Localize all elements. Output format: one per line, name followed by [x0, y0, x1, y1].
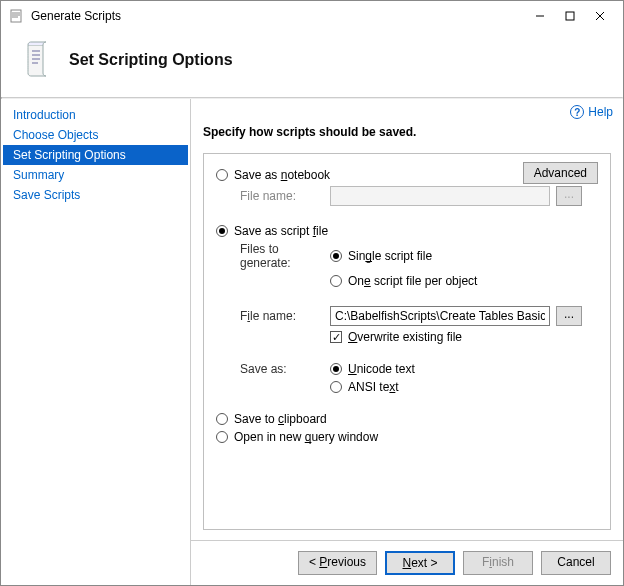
svg-rect-0: [11, 10, 21, 22]
minimize-button[interactable]: [525, 6, 555, 26]
finish-button: Finish: [463, 551, 533, 575]
notebook-filename-input: [330, 186, 550, 206]
checkbox-overwrite-label: Overwrite existing file: [348, 330, 462, 344]
file-name-label: File name:: [240, 309, 330, 323]
wizard-body: Introduction Choose Objects Set Scriptin…: [1, 99, 623, 585]
radio-save-as-notebook-label: Save as notebook: [234, 168, 330, 182]
radio-open-new-query[interactable]: Open in new query window: [216, 430, 378, 444]
radio-ansi-text-label: ANSI text: [348, 380, 399, 394]
instruction-text: Specify how scripts should be saved.: [191, 119, 623, 153]
maximize-button[interactable]: [555, 6, 585, 26]
radio-unicode-text[interactable]: Unicode text: [330, 362, 415, 376]
nav-set-scripting-options[interactable]: Set Scripting Options: [3, 145, 188, 165]
notebook-filename-label: File name:: [240, 189, 330, 203]
app-icon: [9, 8, 25, 24]
help-icon: ?: [570, 105, 584, 119]
files-to-generate-label: Files to generate:: [240, 242, 330, 270]
radio-save-to-clipboard-label: Save to clipboard: [234, 412, 327, 426]
browse-button[interactable]: ...: [556, 306, 582, 326]
checkbox-overwrite[interactable]: Overwrite existing file: [330, 330, 462, 344]
radio-save-as-notebook[interactable]: Save as notebook: [216, 168, 330, 182]
next-button[interactable]: Next >: [385, 551, 455, 575]
previous-button[interactable]: < Previous: [298, 551, 377, 575]
script-icon: [19, 41, 57, 79]
radio-unicode-text-label: Unicode text: [348, 362, 415, 376]
nav-summary[interactable]: Summary: [3, 165, 188, 185]
file-name-input[interactable]: [330, 306, 550, 326]
wizard-header: Set Scripting Options: [1, 31, 623, 97]
nav-sidebar: Introduction Choose Objects Set Scriptin…: [1, 99, 191, 585]
cancel-button[interactable]: Cancel: [541, 551, 611, 575]
radio-save-as-script-file-label: Save as script file: [234, 224, 328, 238]
nav-save-scripts[interactable]: Save Scripts: [3, 185, 188, 205]
radio-ansi-text[interactable]: ANSI text: [330, 380, 399, 394]
page-title: Set Scripting Options: [69, 51, 233, 69]
radio-save-to-clipboard[interactable]: Save to clipboard: [216, 412, 327, 426]
help-link[interactable]: ? Help: [570, 105, 613, 119]
nav-introduction[interactable]: Introduction: [3, 105, 188, 125]
window: Generate Scripts Set Scripting Options I…: [0, 0, 624, 586]
nav-choose-objects[interactable]: Choose Objects: [3, 125, 188, 145]
save-as-label: Save as:: [240, 362, 330, 376]
content-pane: ? Help Specify how scripts should be sav…: [191, 99, 623, 585]
advanced-button[interactable]: Advanced: [523, 162, 598, 184]
radio-single-script-file-label: Single script file: [348, 249, 432, 263]
svg-rect-2: [566, 12, 574, 20]
save-options-group: Advanced Save as notebook File name: ...: [203, 153, 611, 530]
radio-single-script-file[interactable]: Single script file: [330, 249, 432, 263]
close-button[interactable]: [585, 6, 615, 26]
window-title: Generate Scripts: [31, 9, 525, 23]
radio-one-file-per-object-label: One script file per object: [348, 274, 477, 288]
radio-one-file-per-object[interactable]: One script file per object: [330, 274, 477, 288]
help-label: Help: [588, 105, 613, 119]
notebook-browse-button: ...: [556, 186, 582, 206]
wizard-footer: < Previous Next > Finish Cancel: [191, 540, 623, 585]
radio-open-new-query-label: Open in new query window: [234, 430, 378, 444]
radio-save-as-script-file[interactable]: Save as script file: [216, 224, 328, 238]
titlebar: Generate Scripts: [1, 1, 623, 31]
